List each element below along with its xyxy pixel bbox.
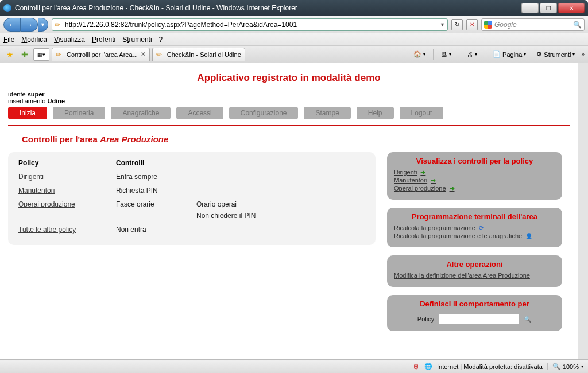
controlli-altre: Non entra (116, 226, 196, 234)
menu-bar: File Modifica Visualizza Preferiti Strum… (0, 33, 588, 46)
internet-explorer-icon (3, 4, 11, 12)
search-box[interactable]: Google 🔍 (481, 18, 585, 31)
menu-file[interactable]: File (3, 36, 14, 44)
nav-accessi[interactable]: Accessi (176, 107, 223, 119)
policy-input-label: Policy (417, 316, 434, 323)
pagina-menu[interactable]: 📄 Pagina ▾ (489, 48, 530, 61)
controlli-operai: Fasce orarie (116, 200, 196, 220)
policy-link-operai[interactable]: Operai produzione (18, 200, 116, 220)
panel-definisci-title: Definisci il comportamento per (394, 300, 555, 308)
viewport: Applicativo registrato in modalità demo … (0, 63, 588, 359)
rlink-operai[interactable]: Operai produzione (394, 185, 555, 192)
panel-programmazione: Programmazione terminali dell'area Rical… (387, 208, 562, 247)
address-bar[interactable]: http://172.26.0.82:82/trunk/policy.aspx?… (52, 18, 448, 31)
window-title: Controlli per l'area Area Produzione - C… (3, 4, 297, 12)
policy-link-dirigenti[interactable]: Dirigenti (18, 173, 116, 181)
col-controlli-header: Controlli (116, 159, 196, 167)
address-dropdown-icon[interactable]: ▼ (440, 22, 445, 28)
demo-banner: Applicativo registrato in modalità demo (8, 72, 570, 84)
menu-preferiti[interactable]: Preferiti (92, 36, 115, 44)
rlink-ricalcola-anag[interactable]: Ricalcola la programmazione e le anagraf… (394, 232, 555, 239)
panel-visualizza-title: Visualizza i controlli per la policy (394, 157, 555, 165)
extra-operai: Orario operai Non chiedere il PIN (196, 200, 365, 220)
zoom-icon: 🔍 (552, 363, 560, 370)
nav-anagrafiche[interactable]: Anagrafiche (111, 107, 171, 119)
close-button[interactable]: ✕ (558, 3, 585, 13)
add-favorite-icon[interactable]: ✚ (18, 48, 31, 61)
nav-portineria[interactable]: Portineria (53, 107, 105, 119)
nav-help[interactable]: Help (357, 107, 394, 119)
arrow-icon (431, 177, 439, 184)
policy-panel: Policy Controlli Dirigenti Entra sempre … (8, 152, 376, 245)
page-icon (55, 21, 63, 29)
col-policy-header: Policy (18, 159, 116, 167)
pencil-icon (156, 50, 164, 59)
menu-visualizza[interactable]: Visualizza (54, 36, 85, 44)
menu-strumenti[interactable]: Strumenti (122, 36, 152, 44)
main-nav: Inizia Portineria Anagrafiche Accessi Co… (8, 107, 570, 119)
rlink-dirigenti[interactable]: Dirigenti (394, 169, 555, 176)
rlink-modifica-area[interactable]: Modifica la definizione dell'area Area P… (394, 272, 555, 279)
rlink-ricalcola[interactable]: Ricalcola la programmazione (394, 224, 555, 231)
search-icon[interactable] (524, 316, 532, 323)
back-button[interactable]: ← (3, 18, 21, 32)
tab-active[interactable]: Controlli per l'area Area... ✕ (52, 48, 150, 61)
close-tab-icon[interactable]: ✕ (141, 50, 146, 58)
refresh-icon (479, 224, 487, 231)
arrow-icon (450, 185, 458, 192)
window-title-text: Controlli per l'area Area Produzione - C… (15, 4, 297, 12)
panel-visualizza: Visualizza i controlli per la policy Dir… (387, 152, 562, 200)
status-bar: ⛨ 🌐 Internet | Modalità protetta: disatt… (0, 359, 588, 373)
nav-stampe[interactable]: Stampe (304, 107, 350, 119)
tab-toolbar: ★ ✚ ▦▾ Controlli per l'area Area... ✕ Ch… (0, 46, 588, 63)
navigation-bar: ← → ▼ http://172.26.0.82:82/trunk/policy… (0, 16, 588, 33)
policy-link-altre[interactable]: Tutte le altre policy (18, 226, 116, 234)
page-title: Controlli per l'area Area Produzione (22, 134, 570, 144)
rlink-manutentori[interactable]: Manutentori (394, 177, 555, 184)
status-text: Internet | Modalità protetta: disattivat… (437, 363, 543, 370)
refresh-button[interactable]: ↻ (451, 19, 463, 30)
nav-arrows: ← → ▼ (3, 18, 48, 32)
home-button[interactable]: 🏠▾ (409, 48, 430, 61)
site-line: insediamento Udine (8, 98, 570, 104)
policy-input[interactable] (439, 314, 519, 324)
quick-tabs-button[interactable]: ▦▾ (33, 48, 49, 61)
policy-link-manutentori[interactable]: Manutentori (18, 187, 116, 195)
panel-altre-title: Altre operazioni (394, 260, 555, 269)
nav-configurazione[interactable]: Configurazione (229, 107, 299, 119)
menu-modifica[interactable]: Modifica (21, 36, 47, 44)
stop-button[interactable]: ✕ (466, 19, 478, 30)
zoom-dropdown-icon[interactable]: ▾ (581, 364, 583, 369)
nav-inizia[interactable]: Inizia (8, 107, 47, 119)
minimize-button[interactable]: — (521, 3, 539, 13)
print-button[interactable]: 🖨▾ (463, 48, 481, 61)
user-line: utente super (8, 91, 570, 98)
url-text: http://172.26.0.82:82/trunk/policy.aspx?… (65, 21, 438, 29)
search-placeholder: Google (494, 21, 517, 29)
controlli-manutentori: Richiesta PIN (116, 187, 196, 195)
tab-label-0: Controlli per l'area Area... (67, 51, 138, 58)
search-go-icon[interactable]: 🔍 (573, 21, 582, 29)
strumenti-menu[interactable]: ⚙ Strumenti ▾ (532, 48, 579, 61)
google-icon (484, 21, 492, 29)
panel-programmazione-title: Programmazione terminali dell'area (394, 212, 555, 221)
nav-logout[interactable]: Logout (400, 107, 444, 119)
arrow-icon (420, 169, 428, 176)
menu-help[interactable]: ? (159, 36, 163, 44)
controlli-dirigenti: Entra sempre (116, 173, 196, 181)
forward-button[interactable]: → (21, 18, 38, 32)
panel-definisci: Definisci il comportamento per Policy (387, 295, 562, 331)
favorites-star-icon[interactable]: ★ (3, 48, 16, 61)
feeds-button[interactable]: 🖶▾ (437, 48, 455, 61)
zoom-control[interactable]: 🔍 100% ▾ (547, 363, 583, 370)
maximize-button[interactable]: ❐ (540, 3, 557, 13)
globe-icon: 🌐 (424, 363, 432, 370)
red-divider (8, 125, 570, 126)
zoom-value: 100% (563, 363, 579, 370)
toolbar-chevron-icon[interactable]: » (581, 51, 585, 57)
tab-inactive[interactable]: Check&In - Solari di Udine (152, 48, 245, 61)
tab-label-1: Check&In - Solari di Udine (167, 51, 241, 58)
history-dropdown[interactable]: ▼ (38, 18, 48, 32)
security-shield-icon: ⛨ (413, 363, 420, 370)
window-buttons: — ❐ ✕ (521, 3, 585, 13)
